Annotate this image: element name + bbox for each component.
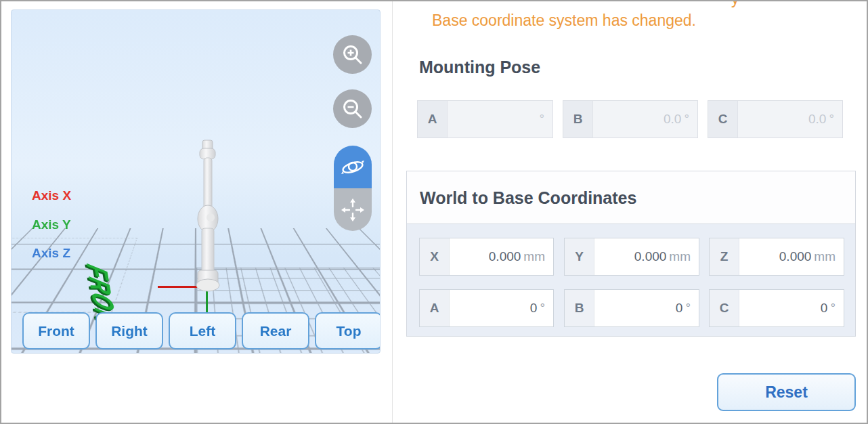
magnifier-minus-icon <box>341 98 364 121</box>
mounting-pose-b-field: B 0.0° <box>563 100 698 138</box>
field-label: B <box>563 101 593 137</box>
view-left-button[interactable]: Left <box>169 312 236 349</box>
field-unit: ° <box>685 301 691 316</box>
field-value: 0 <box>821 301 828 316</box>
field-unit: mm <box>523 249 545 264</box>
field-label: C <box>710 290 739 326</box>
mounting-pose-a-field: A ° <box>417 100 553 138</box>
view-right-button[interactable]: Right <box>95 312 163 349</box>
robot-3d-viewport[interactable]: FRONT Axis X Axis Y Axis Z <box>11 9 381 354</box>
orbit-rotate-icon <box>339 155 366 179</box>
four-way-pan-icon <box>339 196 366 224</box>
world-c-field[interactable]: C 0° <box>709 289 844 327</box>
rotate-pan-toggle <box>334 146 372 231</box>
field-label: C <box>708 101 738 137</box>
field-unit: mm <box>669 249 691 264</box>
world-to-base-title: World to Base Coordinates <box>420 188 636 208</box>
field-label: A <box>420 290 450 326</box>
field-unit: ° <box>539 112 544 127</box>
mounting-pose-title: Mounting Pose <box>419 58 540 77</box>
axis-y-legend: Axis Y <box>32 217 71 232</box>
field-unit: ° <box>684 112 689 127</box>
field-value: 0 <box>530 301 538 316</box>
world-y-field[interactable]: Y 0.000mm <box>564 238 699 276</box>
field-value: 0.000 <box>779 249 812 264</box>
field-label: Y <box>565 238 594 275</box>
axis-x-legend: Axis X <box>32 188 71 203</box>
field-value: 0.0 <box>664 112 681 127</box>
field-value: 0.000 <box>634 249 667 264</box>
world-a-field[interactable]: A 0° <box>419 289 554 327</box>
warning-message: Base coordinate system has changed. <box>432 12 852 30</box>
magnifier-plus-icon <box>341 43 364 66</box>
reset-button[interactable]: Reset <box>717 373 856 411</box>
field-value: 0.000 <box>489 249 521 264</box>
world-x-field[interactable]: X 0.000mm <box>419 238 554 276</box>
zoom-in-button[interactable] <box>333 35 372 74</box>
field-unit: mm <box>814 249 836 264</box>
world-b-field[interactable]: B 0° <box>564 289 699 327</box>
field-label: Z <box>710 238 739 275</box>
axis-z-legend: Axis Z <box>32 246 70 261</box>
robot-arm-model <box>186 139 230 301</box>
field-label: A <box>418 101 448 137</box>
field-value: 0.0 <box>808 112 826 127</box>
world-z-field[interactable]: Z 0.000mm <box>709 238 844 276</box>
clipped-warning-fragment: y <box>731 0 739 6</box>
field-label: X <box>420 238 450 275</box>
field-unit: ° <box>540 301 545 316</box>
pan-mode-button[interactable] <box>334 188 372 231</box>
floor-dashed-region <box>12 238 137 313</box>
mounting-pose-c-field: C 0.0° <box>708 100 843 138</box>
base-setup-screen: FRONT Axis X Axis Y Axis Z <box>0 0 868 424</box>
rotate-mode-button[interactable] <box>334 146 372 188</box>
panel-divider <box>392 1 393 424</box>
field-value: 0 <box>676 301 683 316</box>
view-top-button[interactable]: Top <box>315 312 381 349</box>
field-label: B <box>565 290 594 326</box>
view-front-button[interactable]: Front <box>22 312 90 349</box>
field-unit: ° <box>829 112 834 127</box>
view-rear-button[interactable]: Rear <box>242 312 309 349</box>
zoom-out-button[interactable] <box>333 89 372 128</box>
field-unit: ° <box>830 301 836 316</box>
